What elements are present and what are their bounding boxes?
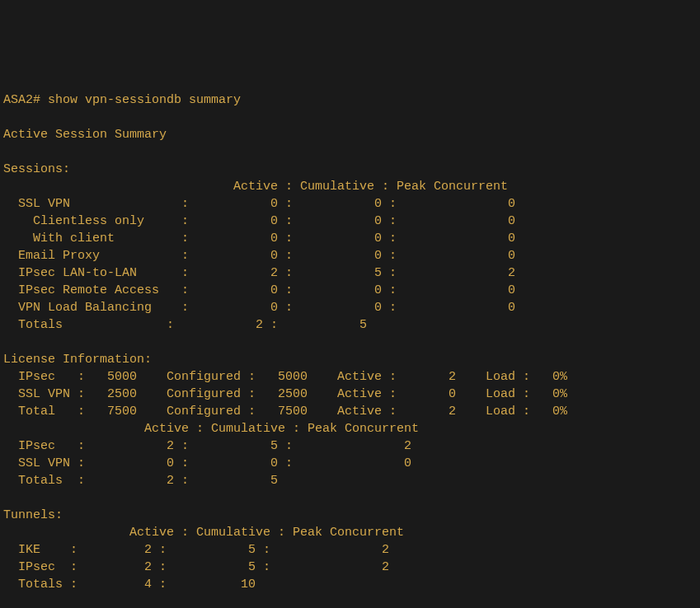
terminal-output: ASA2# show vpn-sessiondb summary Active …: [3, 74, 697, 608]
tunnels-heading: Tunnels:: [3, 508, 63, 522]
license-sub-totals: Totals : 2 : 5: [3, 474, 278, 488]
sessions-col-header: Active : Cumulative : Peak Concurrent: [3, 180, 508, 194]
license-sub-rows: IPsec : 2 : 5 : 2 SSL VPN : 0 : 0 : 0: [3, 439, 411, 470]
license-sub-header: Active : Cumulative : Peak Concurrent: [3, 422, 419, 436]
tunnels-col-header: Active : Cumulative : Peak Concurrent: [3, 526, 404, 540]
license-heading: License Information:: [3, 353, 152, 367]
tunnel-rows: IKE : 2 : 5 : 2 IPsec : 2 : 5 : 2: [3, 543, 389, 574]
prompt: ASA2# show vpn-sessiondb summary: [3, 93, 241, 107]
summary-title: Active Session Summary: [3, 128, 167, 142]
session-totals: Totals : 2 : 5: [3, 318, 367, 332]
license-rows: IPsec : 5000 Configured : 5000 Active : …: [3, 370, 567, 419]
sessions-heading: Sessions:: [3, 162, 70, 176]
tunnel-totals: Totals : 4 : 10: [3, 578, 256, 592]
session-row: SSL VPN : 0 : 0 : 0 Clientless only : 0 …: [3, 197, 515, 315]
